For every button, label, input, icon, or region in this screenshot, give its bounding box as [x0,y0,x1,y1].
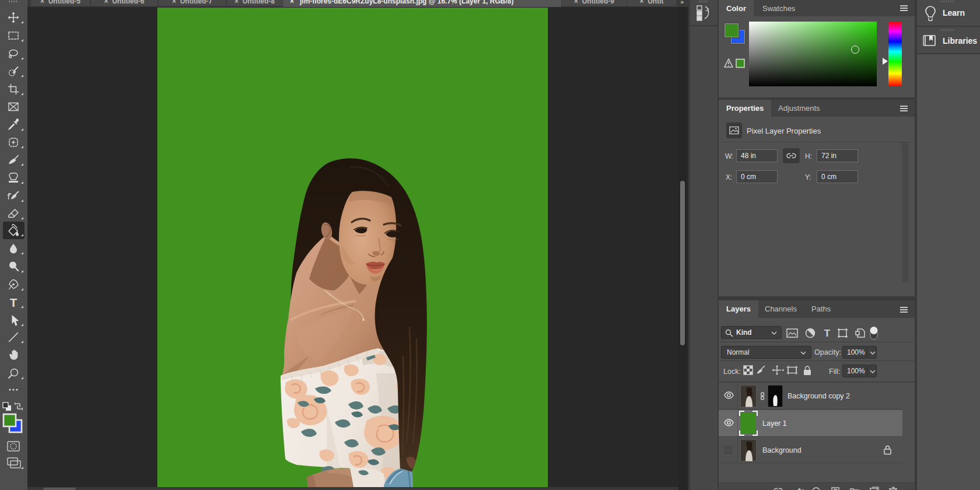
svg-text:fx: fx [797,487,804,490]
svg-text:T: T [824,328,831,339]
svg-text:T: T [10,296,17,309]
